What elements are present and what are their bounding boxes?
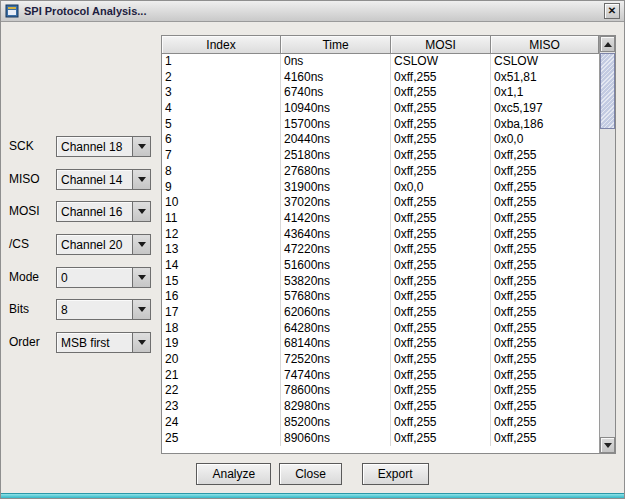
- analyze-button[interactable]: Analyze: [196, 463, 271, 485]
- table-row[interactable]: 1243640ns0xff,2550xff,255: [162, 227, 599, 243]
- chevron-down-icon[interactable]: [132, 235, 150, 254]
- table-row[interactable]: 931900ns0x0,00xff,255: [162, 180, 599, 196]
- table-cell: 21: [162, 368, 281, 384]
- table-row[interactable]: 1864280ns0xff,2550xff,255: [162, 321, 599, 337]
- table-row[interactable]: 2072520ns0xff,2550xff,255: [162, 352, 599, 368]
- button-bar: Analyze Close Export: [1, 462, 624, 485]
- table-cell: 0xff,255: [391, 289, 491, 305]
- table-row[interactable]: 1657680ns0xff,2550xff,255: [162, 289, 599, 305]
- field-mosi: MOSI Channel 16: [1, 201, 161, 222]
- table-row[interactable]: 410940ns0xff,2550xc5,197: [162, 101, 599, 117]
- table-cell: 57680ns: [281, 289, 391, 305]
- table-cell: 0xff,255: [391, 227, 491, 243]
- table-cell: 16: [162, 289, 281, 305]
- column-header-mosi[interactable]: MOSI: [391, 36, 491, 54]
- table-cell: 13: [162, 242, 281, 258]
- table-row[interactable]: 2278600ns0xff,2550xff,255: [162, 383, 599, 399]
- table-cell: 6740ns: [281, 85, 391, 101]
- chevron-down-icon[interactable]: [132, 300, 150, 319]
- table-cell: 0xff,255: [391, 85, 491, 101]
- chevron-down-icon[interactable]: [132, 202, 150, 221]
- table-cell: 0xff,255: [391, 117, 491, 133]
- table-cell: 0xff,255: [491, 305, 599, 321]
- table-cell: 0xff,255: [391, 274, 491, 290]
- field-order: Order MSB first: [1, 332, 161, 353]
- table-cell: 41420ns: [281, 211, 391, 227]
- table-cell: 0xff,255: [391, 211, 491, 227]
- order-label: Order: [9, 332, 40, 353]
- chevron-down-glyph: [138, 307, 146, 312]
- table-row[interactable]: 1037020ns0xff,2550xff,255: [162, 195, 599, 211]
- table-cell: 25180ns: [281, 148, 391, 164]
- column-header-time[interactable]: Time: [281, 36, 391, 54]
- table-cell: 0xff,255: [491, 211, 599, 227]
- table-cell: 23: [162, 399, 281, 415]
- sck-combobox[interactable]: Channel 18: [56, 136, 151, 157]
- table-cell: 1: [162, 54, 281, 70]
- table-row[interactable]: 1451600ns0xff,2550xff,255: [162, 258, 599, 274]
- window-title: SPI Protocol Analysis...: [24, 5, 146, 17]
- table-row[interactable]: 2485200ns0xff,2550xff,255: [162, 415, 599, 431]
- table-row[interactable]: 1141420ns0xff,2550xff,255: [162, 211, 599, 227]
- table-cell: 0xff,255: [491, 148, 599, 164]
- miso-combobox[interactable]: Channel 14: [56, 169, 151, 190]
- table-cell: 8: [162, 164, 281, 180]
- table-cell: 72520ns: [281, 352, 391, 368]
- table-header: Index Time MOSI MISO: [162, 36, 615, 54]
- table-row[interactable]: 2174740ns0xff,2550xff,255: [162, 368, 599, 384]
- cs-combobox-value: Channel 20: [57, 238, 132, 252]
- vertical-scrollbar[interactable]: [599, 36, 615, 453]
- chevron-down-icon[interactable]: [132, 170, 150, 189]
- order-combobox-value: MSB first: [57, 336, 132, 350]
- cs-label: /CS: [9, 234, 29, 255]
- table-row[interactable]: 515700ns0xff,2550xba,186: [162, 117, 599, 133]
- table-cell: 0x1,1: [491, 85, 599, 101]
- table-cell: 19: [162, 336, 281, 352]
- chevron-down-icon[interactable]: [132, 268, 150, 287]
- column-header-index[interactable]: Index: [162, 36, 281, 54]
- export-button[interactable]: Export: [362, 463, 429, 485]
- table-row[interactable]: 24160ns0xff,2550x51,81: [162, 70, 599, 86]
- chevron-down-icon[interactable]: [132, 333, 150, 352]
- scrollbar-thumb[interactable]: [600, 53, 615, 129]
- table-cell: 22: [162, 383, 281, 399]
- table-row[interactable]: 1762060ns0xff,2550xff,255: [162, 305, 599, 321]
- chevron-down-glyph: [138, 242, 146, 247]
- table-row[interactable]: 2382980ns0xff,2550xff,255: [162, 399, 599, 415]
- chevron-down-glyph: [138, 144, 146, 149]
- titlebar: SPI Protocol Analysis... ✕: [1, 1, 624, 22]
- column-header-miso[interactable]: MISO: [491, 36, 599, 54]
- mosi-combobox[interactable]: Channel 16: [56, 201, 151, 222]
- table-row[interactable]: 1347220ns0xff,2550xff,255: [162, 242, 599, 258]
- table-cell: 3: [162, 85, 281, 101]
- table-row[interactable]: 1553820ns0xff,2550xff,255: [162, 274, 599, 290]
- table-cell: 0ns: [281, 54, 391, 70]
- table-row[interactable]: 10nsCSLOWCSLOW: [162, 54, 599, 70]
- bits-combobox[interactable]: 8: [56, 299, 151, 320]
- table-cell: 74740ns: [281, 368, 391, 384]
- results-table: Index Time MOSI MISO 10nsCSLOWCSLOW24160…: [161, 35, 616, 454]
- cs-combobox[interactable]: Channel 20: [56, 234, 151, 255]
- table-cell: 78600ns: [281, 383, 391, 399]
- table-row[interactable]: 2589060ns0xff,2550xff,255: [162, 431, 599, 447]
- table-row[interactable]: 1968140ns0xff,2550xff,255: [162, 336, 599, 352]
- table-row[interactable]: 36740ns0xff,2550x1,1: [162, 85, 599, 101]
- table-cell: 0xff,255: [391, 336, 491, 352]
- table-cell: 6: [162, 132, 281, 148]
- scroll-down-button[interactable]: [600, 437, 615, 453]
- close-button[interactable]: Close: [279, 463, 342, 485]
- table-cell: 15700ns: [281, 117, 391, 133]
- table-cell: 31900ns: [281, 180, 391, 196]
- order-combobox[interactable]: MSB first: [56, 332, 151, 353]
- table-row[interactable]: 725180ns0xff,2550xff,255: [162, 148, 599, 164]
- table-row[interactable]: 827680ns0xff,2550xff,255: [162, 164, 599, 180]
- table-cell: 25: [162, 431, 281, 447]
- chevron-down-icon[interactable]: [132, 137, 150, 156]
- scroll-up-button[interactable]: [600, 36, 615, 52]
- table-row[interactable]: 620440ns0xff,2550x0,0: [162, 132, 599, 148]
- table-cell: 0x0,0: [491, 132, 599, 148]
- table-cell: 0xff,255: [491, 415, 599, 431]
- mode-label: Mode: [9, 267, 39, 288]
- close-icon[interactable]: ✕: [604, 3, 620, 19]
- mode-combobox[interactable]: 0: [56, 267, 151, 288]
